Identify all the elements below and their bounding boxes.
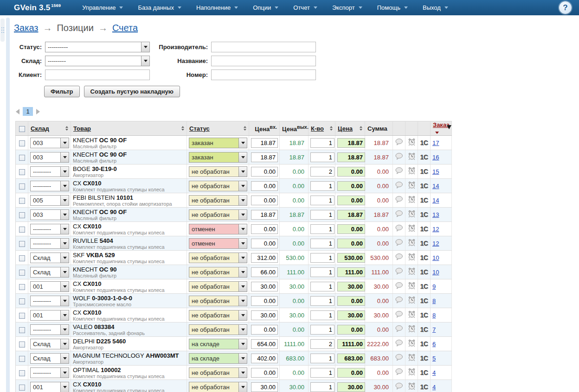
comment-icon[interactable]: [395, 311, 403, 318]
filter-button[interactable]: Фильтр: [44, 86, 80, 97]
menu-vyhod[interactable]: Выход: [415, 4, 456, 11]
qty-input[interactable]: [310, 181, 335, 191]
qty-input[interactable]: [310, 138, 335, 148]
row-checkbox[interactable]: [19, 298, 25, 304]
row-checkbox[interactable]: [19, 255, 25, 261]
menu-pomosch[interactable]: Помощь: [370, 4, 415, 11]
breadcrumb-order-link[interactable]: Заказ: [14, 23, 38, 33]
alarm-clock-icon[interactable]: [408, 152, 416, 160]
1c-icon[interactable]: 1С: [420, 283, 428, 290]
qty-input[interactable]: [310, 267, 335, 277]
price-in-input[interactable]: [251, 224, 278, 234]
price-input[interactable]: [337, 382, 365, 392]
comment-icon[interactable]: [395, 268, 403, 275]
price-in-input[interactable]: [251, 181, 278, 191]
price-input[interactable]: [337, 181, 365, 191]
status-select[interactable]: не обработан: [189, 209, 247, 220]
row-checkbox[interactable]: [19, 198, 25, 204]
price-in-input[interactable]: [251, 354, 278, 363]
price-input[interactable]: [337, 339, 365, 349]
menu-otchet[interactable]: Отчет: [286, 4, 325, 11]
warehouse-select[interactable]: 005: [30, 195, 69, 206]
order-link[interactable]: 6: [432, 341, 436, 348]
price-in-input[interactable]: [251, 267, 278, 277]
alarm-clock-icon[interactable]: [408, 181, 416, 189]
alarm-clock-icon[interactable]: [408, 253, 416, 261]
header-product[interactable]: Товар: [73, 125, 91, 132]
comment-icon[interactable]: [395, 325, 403, 332]
page-number[interactable]: 1: [23, 107, 33, 116]
sort-icon[interactable]: [181, 126, 184, 131]
price-input[interactable]: [337, 196, 365, 205]
row-checkbox[interactable]: [19, 356, 25, 362]
price-in-input[interactable]: [251, 325, 278, 335]
price-in-input[interactable]: [251, 138, 278, 148]
order-link[interactable]: 7: [432, 326, 436, 333]
alarm-clock-icon[interactable]: [408, 224, 416, 232]
price-in-input[interactable]: [251, 152, 278, 162]
1c-icon[interactable]: 1С: [420, 168, 428, 175]
price-input[interactable]: [337, 368, 365, 378]
sort-icon[interactable]: [330, 126, 333, 131]
status-select[interactable]: на складе: [189, 339, 247, 349]
alarm-clock-icon[interactable]: [408, 282, 416, 290]
price-input[interactable]: [337, 253, 365, 263]
status-select[interactable]: не обработан: [189, 296, 247, 306]
menu-upravlenie[interactable]: Управление: [75, 4, 130, 11]
splitter-grip-icon[interactable]: [0, 19, 5, 42]
sort-icon[interactable]: [360, 126, 362, 131]
comment-icon[interactable]: [395, 354, 403, 361]
row-checkbox[interactable]: [19, 241, 25, 247]
qty-input[interactable]: [310, 382, 335, 392]
comment-icon[interactable]: [395, 182, 403, 189]
create-empty-invoice-button[interactable]: Создать пустую накладную: [84, 86, 180, 97]
comment-icon[interactable]: [395, 340, 403, 347]
order-link[interactable]: 14: [432, 197, 439, 204]
qty-input[interactable]: [310, 253, 335, 263]
comment-icon[interactable]: [395, 196, 403, 203]
1c-icon[interactable]: 1С: [420, 311, 428, 319]
price-in-input[interactable]: [251, 167, 278, 177]
name-input[interactable]: [211, 56, 316, 66]
status-select[interactable]: не обработан: [189, 382, 247, 392]
header-qty[interactable]: К-во: [311, 125, 324, 132]
row-checkbox[interactable]: [19, 212, 25, 218]
status-select[interactable]: не обработан: [189, 253, 247, 263]
qty-input[interactable]: [310, 224, 335, 234]
comment-icon[interactable]: [395, 210, 403, 217]
qty-input[interactable]: [310, 354, 335, 363]
warehouse-select[interactable]: ---------: [30, 181, 69, 191]
order-link[interactable]: 17: [432, 139, 439, 146]
row-checkbox[interactable]: [19, 169, 25, 175]
row-checkbox[interactable]: [19, 183, 25, 190]
comment-icon[interactable]: [395, 167, 403, 174]
1c-icon[interactable]: 1С: [420, 383, 428, 391]
price-input[interactable]: [337, 325, 365, 335]
qty-input[interactable]: [310, 196, 335, 205]
price-input[interactable]: [337, 310, 365, 320]
row-checkbox[interactable]: [19, 155, 25, 161]
row-checkbox[interactable]: [19, 313, 25, 319]
price-in-input[interactable]: [251, 196, 278, 205]
status-select[interactable]: не обработан: [189, 166, 247, 177]
next-page-icon[interactable]: [36, 109, 40, 114]
price-input[interactable]: [337, 296, 365, 306]
price-input[interactable]: [337, 152, 365, 162]
price-in-input[interactable]: [251, 282, 278, 291]
warehouse-select[interactable]: ---------: [30, 367, 69, 378]
menu-baza-dannyh[interactable]: База данных: [130, 4, 188, 11]
1c-icon[interactable]: 1С: [420, 182, 428, 190]
row-checkbox[interactable]: [19, 327, 25, 333]
qty-input[interactable]: [310, 339, 335, 349]
qty-input[interactable]: [310, 310, 335, 320]
manufacturer-input[interactable]: [211, 42, 316, 52]
status-select[interactable]: не обработан: [189, 281, 247, 292]
order-link[interactable]: 9: [432, 283, 436, 290]
price-input[interactable]: [337, 224, 365, 234]
price-input[interactable]: [337, 282, 365, 291]
order-link[interactable]: 16: [432, 154, 439, 161]
alarm-clock-icon[interactable]: [408, 210, 416, 218]
warehouse-select[interactable]: ---------: [30, 224, 69, 234]
status-select[interactable]: не обработан: [189, 324, 247, 335]
1c-icon[interactable]: 1С: [420, 225, 428, 233]
